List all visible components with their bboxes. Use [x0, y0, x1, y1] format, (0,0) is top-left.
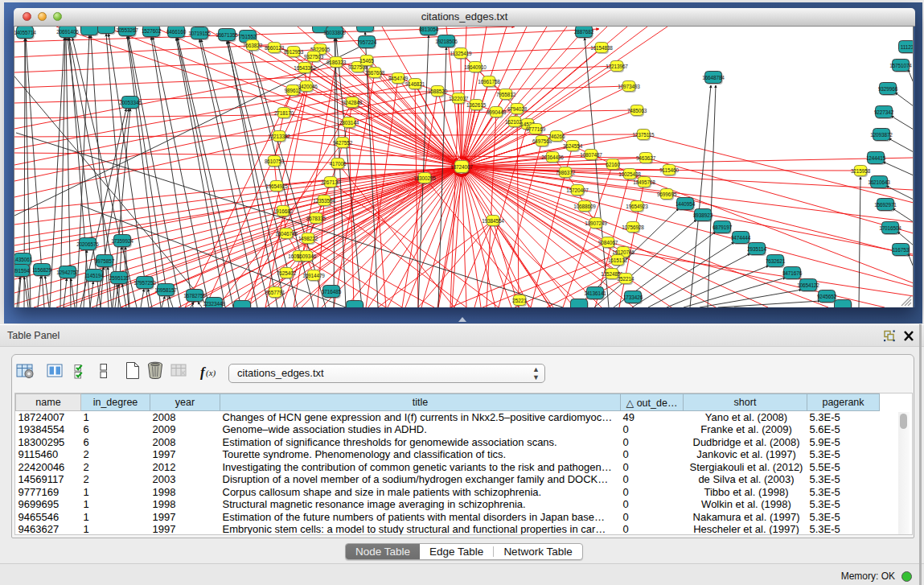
svg-text:8454749: 8454749: [388, 76, 409, 81]
svg-text:10688609: 10688609: [573, 204, 596, 209]
svg-text:19384554: 19384554: [482, 218, 504, 224]
svg-text:9657791: 9657791: [265, 290, 285, 295]
svg-text:1362615: 1362615: [466, 102, 487, 108]
svg-text:10756928: 10756928: [622, 225, 644, 230]
svg-text:1244415: 1244415: [866, 155, 886, 161]
svg-text:8678335: 8678335: [306, 216, 326, 221]
svg-text:9115460: 9115460: [659, 167, 679, 173]
svg-text:8938923: 8938923: [693, 212, 713, 218]
svg-text:2718170: 2718170: [274, 110, 294, 116]
svg-text:18495768: 18495768: [633, 179, 655, 185]
svg-text:12213382: 12213382: [268, 134, 290, 139]
svg-text:10973493: 10973493: [618, 84, 640, 89]
svg-text:62160: 62160: [606, 162, 620, 167]
svg-text:3215958: 3215958: [851, 168, 871, 174]
svg-text:16210643: 16210643: [868, 179, 890, 185]
svg-text:8912953: 8912953: [284, 49, 304, 55]
svg-text:1156829: 1156829: [32, 267, 51, 273]
svg-text:6794028: 6794028: [507, 106, 528, 112]
svg-text:16046748: 16046748: [275, 231, 298, 237]
svg-text:10025438: 10025438: [618, 171, 641, 177]
svg-text:16671355: 16671355: [216, 32, 238, 38]
svg-text:12375115: 12375115: [632, 132, 655, 138]
svg-text:116753: 116753: [893, 247, 910, 253]
svg-text:10958157: 10958157: [154, 287, 177, 293]
svg-text:252214: 252214: [618, 276, 634, 282]
svg-text:9245652: 9245652: [817, 294, 837, 299]
svg-text:1615132: 1615132: [608, 257, 628, 263]
svg-text:15751074: 15751074: [889, 63, 912, 68]
svg-text:9699695: 9699695: [657, 192, 677, 197]
svg-text:9227342: 9227342: [874, 109, 894, 115]
svg-text:18724007: 18724007: [450, 164, 473, 170]
svg-text:19218506: 19218506: [435, 39, 458, 44]
svg-text:19654923: 19654923: [626, 204, 648, 209]
svg-text:12093872: 12093872: [870, 132, 893, 138]
svg-text:10553267: 10553267: [116, 27, 138, 33]
svg-text:14136141: 14136141: [584, 290, 606, 296]
svg-text:989613: 989613: [285, 88, 302, 93]
svg-text:1733426: 1733426: [623, 295, 643, 300]
svg-text:16154838: 16154838: [590, 45, 613, 51]
svg-text:1145194: 1145194: [84, 273, 104, 278]
svg-text:16914479: 16914479: [302, 273, 325, 278]
svg-text:2367608: 2367608: [365, 70, 385, 76]
svg-text:15692971: 15692971: [874, 202, 897, 208]
svg-text:10654122: 10654122: [797, 282, 819, 288]
svg-text:11325419: 11325419: [450, 51, 472, 56]
svg-text:15720407: 15720407: [566, 187, 589, 193]
svg-text:1527602: 1527602: [142, 28, 162, 34]
svg-text:9463627: 9463627: [636, 155, 656, 161]
svg-text:9427552: 9427552: [333, 140, 353, 146]
svg-text:7632621: 7632621: [766, 258, 786, 264]
svg-text:8471676: 8471676: [782, 270, 803, 276]
svg-text:1498222: 1498222: [298, 236, 318, 241]
svg-text:18907249: 18907249: [585, 220, 607, 226]
svg-text:1435061: 1435061: [14, 257, 33, 262]
svg-text:10807487: 10807487: [580, 152, 602, 158]
svg-text:9777169: 9777169: [526, 126, 546, 132]
svg-text:17957253: 17957253: [133, 280, 156, 286]
svg-text:16033809: 16033809: [323, 30, 346, 35]
svg-text:5716485: 5716485: [322, 289, 342, 295]
svg-text:17359924: 17359924: [111, 238, 133, 244]
svg-text:2887682: 2887682: [574, 29, 594, 35]
svg-text:6466160: 6466160: [166, 29, 187, 35]
svg-text:20364436: 20364436: [541, 154, 564, 160]
svg-text:751552: 751552: [240, 34, 257, 39]
svg-text:14055714: 14055714: [14, 30, 36, 35]
svg-text:9975857: 9975857: [95, 258, 115, 264]
svg-text:18640910: 18640910: [464, 64, 487, 70]
svg-text:1916682: 1916682: [273, 208, 294, 214]
svg-text:9146821: 9146821: [405, 81, 425, 87]
svg-text:16782759: 16782759: [183, 293, 206, 299]
svg-text:3624554: 3624554: [563, 143, 583, 149]
svg-text:746266: 746266: [548, 134, 565, 139]
svg-text:7986372: 7986372: [556, 170, 576, 175]
svg-text:16543362: 16543362: [294, 65, 316, 71]
svg-text:8660123: 8660123: [265, 45, 285, 51]
svg-text:25221: 25221: [512, 298, 527, 303]
svg-text:19654925: 19654925: [265, 183, 288, 189]
svg-text:2595135: 2595135: [109, 275, 129, 281]
svg-text:6879197: 6879197: [713, 225, 733, 230]
svg-text:8610753: 8610753: [265, 159, 285, 164]
svg-text:(x): (x): [206, 368, 216, 378]
svg-text:1588520: 1588520: [428, 89, 448, 94]
svg-text:16120746: 16120746: [612, 249, 634, 255]
svg-text:1609346: 1609346: [297, 253, 317, 259]
svg-text:1322037: 1322037: [449, 96, 469, 101]
svg-text:2803144: 2803144: [339, 120, 359, 126]
svg-text:6497568: 6497568: [532, 138, 552, 144]
svg-text:8813054: 8813054: [419, 27, 439, 32]
svg-text:18300295: 18300295: [413, 175, 436, 181]
svg-text:9329966: 9329966: [878, 86, 898, 92]
svg-text:8186323: 8186323: [326, 60, 347, 65]
svg-text:15465: 15465: [359, 58, 374, 64]
svg-text:11123: 11123: [901, 44, 913, 50]
svg-text:20691406: 20691406: [56, 29, 79, 35]
svg-text:12323448: 12323448: [203, 301, 225, 307]
svg-text:16648784: 16648784: [702, 75, 725, 80]
svg-text:391594: 391594: [14, 268, 30, 274]
svg-text:20206576: 20206576: [76, 241, 99, 247]
